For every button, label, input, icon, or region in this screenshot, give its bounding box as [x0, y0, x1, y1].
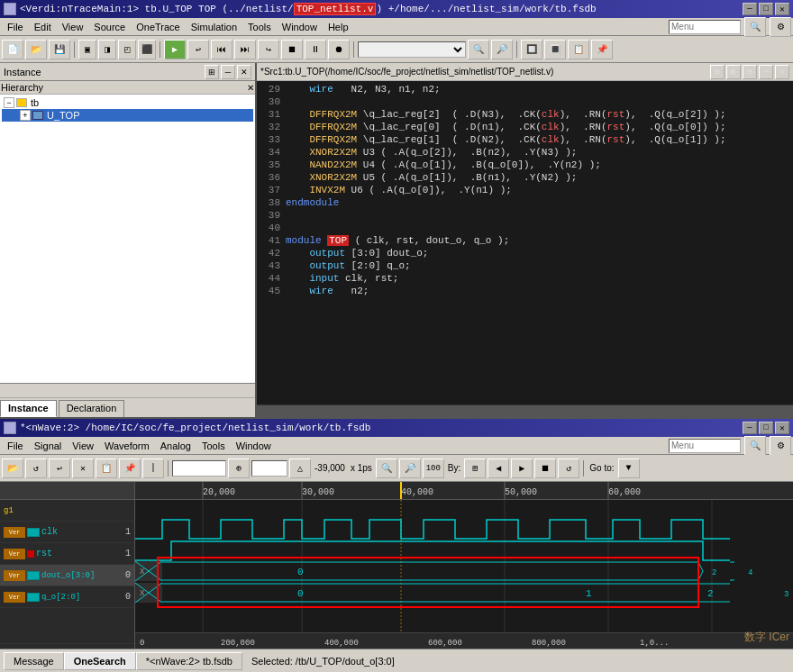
panel-icon1[interactable]: ⊞ — [205, 65, 219, 79]
tb-b5[interactable]: ▶ — [164, 40, 186, 59]
code-btn2[interactable]: ◐ — [726, 65, 741, 79]
status-tab-wave[interactable]: *<nWave:2> tb.fsdb — [136, 652, 242, 670]
code-content[interactable]: 29 wire N2, N3, n1, n2; 30 31 DFFRQX2M \… — [257, 81, 793, 404]
wave-stop-btn[interactable]: ⏹ — [534, 459, 556, 478]
menu-window[interactable]: Window — [277, 20, 323, 34]
code-btn5[interactable]: ✕ — [775, 65, 789, 79]
tb-b1[interactable]: ▣ — [78, 40, 96, 59]
wave-maximize-button[interactable]: □ — [759, 422, 773, 434]
tb-b12[interactable]: ⏺ — [328, 40, 350, 59]
code-btn3[interactable]: ⊟ — [743, 65, 757, 79]
signal-row-qo[interactable]: Ver q_o[2:0] 0 — [0, 586, 134, 608]
status-tab-onesearch[interactable]: OneSearch — [64, 652, 136, 670]
menu-search-btn[interactable]: 🔍 — [744, 17, 766, 37]
menu-view[interactable]: View — [57, 20, 89, 34]
wave-menu-waveform[interactable]: Waveform — [99, 439, 155, 453]
signal-row-clk[interactable]: Ver clk 1 — [0, 522, 134, 543]
menu-tools[interactable]: Tools — [242, 20, 277, 34]
left-panel-scrollbar-h[interactable] — [0, 383, 255, 397]
wave-next-btn[interactable]: ▶ — [511, 459, 533, 478]
wave-menu-search-btn[interactable]: 🔍 — [744, 436, 766, 456]
wave-menu-file[interactable]: File — [2, 439, 29, 453]
tb-b16[interactable]: 📌 — [591, 40, 613, 59]
tb-new[interactable]: 📄 — [2, 40, 23, 59]
wave-time-input[interactable]: 39,000 — [172, 460, 226, 477]
tree-expand-tb[interactable]: − — [4, 97, 14, 108]
hier-title-close[interactable]: ✕ — [247, 83, 254, 93]
wave-sep2 — [583, 460, 584, 477]
panel-close[interactable]: ✕ — [237, 65, 251, 79]
tb-b14[interactable]: 🔳 — [544, 40, 566, 59]
tab-instance[interactable]: Instance — [0, 400, 57, 417]
tb-b4[interactable]: ⬛ — [138, 40, 156, 59]
wave-prev-btn[interactable]: ◀ — [488, 459, 509, 478]
code-scrollbar-h[interactable] — [257, 404, 793, 417]
menu-file[interactable]: File — [2, 20, 29, 34]
code-line-33: 33 DFFRQX2M \q_lac_reg[1] ( .D(N2), .CK(… — [260, 133, 789, 146]
tb-b13[interactable]: 🔲 — [521, 40, 542, 59]
tb-b7[interactable]: ⏮ — [211, 40, 232, 59]
signal-row-g1[interactable]: g1 — [0, 500, 134, 522]
wave-canvas-area[interactable]: 20,000 30,000 40,000 50,000 60,000 — [135, 482, 793, 649]
tb-open[interactable]: 📂 — [25, 40, 47, 59]
wave-reload2-btn[interactable]: ↺ — [558, 459, 579, 478]
tree-item-utop[interactable]: + U_TOP — [2, 109, 253, 122]
wave-cursor-icon[interactable]: ⊕ — [228, 459, 250, 478]
wave-menu-tools[interactable]: Tools — [196, 439, 231, 453]
menu-edit[interactable]: Edit — [29, 20, 57, 34]
signal-row-dout[interactable]: Ver dout_o[3:0] 0 — [0, 565, 134, 586]
wave-zoom-fit[interactable]: 🔍 — [376, 459, 397, 478]
wave-close-button[interactable]: ✕ — [775, 422, 789, 434]
tb-b8[interactable]: ⏭ — [234, 40, 256, 59]
wave-menu-window[interactable]: Window — [231, 439, 277, 453]
signal-row-rst[interactable]: Ver rst 1 — [0, 543, 134, 565]
tb-b11[interactable]: ⏸ — [305, 40, 326, 59]
wave-cursor-input[interactable]: 0 — [251, 460, 287, 477]
menu-onetrace[interactable]: OneTrace — [131, 20, 186, 34]
tb-b9[interactable]: ↪ — [258, 40, 279, 59]
code-btn1[interactable]: ⊞ — [710, 65, 725, 79]
tb-b15[interactable]: 📋 — [568, 40, 589, 59]
tb-search[interactable]: 🔍 — [468, 40, 489, 59]
wave-tb-undo[interactable]: ↩ — [49, 459, 70, 478]
wave-fit-btn[interactable]: ⊞ — [464, 459, 486, 478]
minimize-button[interactable]: ─ — [743, 3, 757, 15]
tb-dropdown[interactable] — [358, 41, 466, 58]
wave-tb-reload[interactable]: ↺ — [25, 459, 47, 478]
wave-goto-expand[interactable]: ▼ — [618, 459, 640, 478]
status-tab-message[interactable]: Message — [4, 652, 64, 670]
menu-simulation[interactable]: Simulation — [186, 20, 242, 34]
tab-declaration[interactable]: Declaration — [59, 400, 125, 417]
instance-label: Instance — [4, 67, 41, 77]
wave-menu-extra-btn[interactable]: ⚙ — [770, 436, 791, 456]
tree-item-tb[interactable]: − tb — [2, 96, 253, 109]
wave-menu-analog[interactable]: Analog — [155, 439, 196, 453]
tb-search2[interactable]: 🔎 — [491, 40, 513, 59]
wave-tb-open[interactable]: 📂 — [2, 459, 23, 478]
menu-source[interactable]: Source — [88, 20, 131, 34]
wave-zoom-100[interactable]: 100 — [423, 459, 444, 478]
menu-help[interactable]: Help — [323, 20, 354, 34]
wave-tb-cursor[interactable]: | — [142, 459, 164, 478]
tb-b10[interactable]: ⏹ — [281, 40, 303, 59]
tb-b6[interactable]: ↩ — [187, 40, 209, 59]
menu-extra-btn[interactable]: ⚙ — [770, 17, 791, 37]
wave-tb-paste[interactable]: 📌 — [119, 459, 141, 478]
tb-save[interactable]: 💾 — [49, 40, 70, 59]
panel-icon2[interactable]: ─ — [221, 65, 235, 79]
wave-tb-delete[interactable]: ✕ — [72, 459, 94, 478]
close-button[interactable]: ✕ — [775, 3, 789, 15]
wave-tb-copy[interactable]: 📋 — [96, 459, 117, 478]
code-btn4[interactable]: ─ — [759, 65, 773, 79]
wave-menu-search-input[interactable] — [669, 439, 741, 453]
wave-menu-view[interactable]: View — [67, 439, 99, 453]
wave-menu-signal[interactable]: Signal — [29, 439, 68, 453]
maximize-button[interactable]: □ — [759, 3, 773, 15]
menu-search-input[interactable] — [669, 20, 741, 34]
tb-b3[interactable]: ◰ — [118, 40, 136, 59]
wave-delta-icon[interactable]: △ — [289, 459, 311, 478]
tb-b2[interactable]: ◨ — [98, 40, 116, 59]
tree-expand-utop[interactable]: + — [20, 110, 31, 121]
wave-minimize-button[interactable]: ─ — [743, 422, 757, 434]
wave-zoom-in[interactable]: 🔎 — [399, 459, 421, 478]
